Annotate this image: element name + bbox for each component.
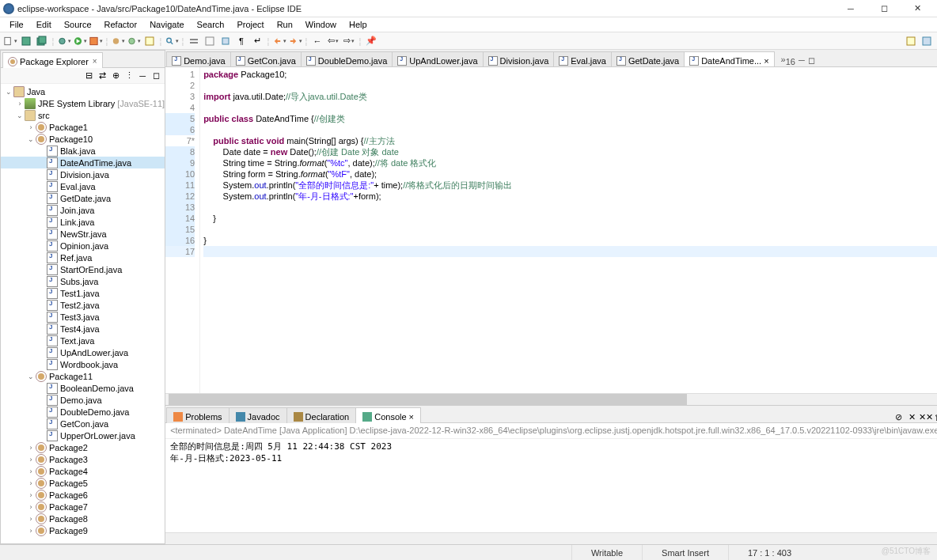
- tab-package-explorer[interactable]: Package Explorer ×: [2, 52, 103, 68]
- menu-refactor[interactable]: Refactor: [98, 18, 144, 31]
- editor-tab-doubledemo-java[interactable]: DoubleDemo.java: [301, 51, 393, 67]
- tree-doubledemo-java[interactable]: DoubleDemo.java: [1, 406, 165, 418]
- terminate-icon[interactable]: ⊘: [893, 411, 905, 422]
- open-perspective-icon[interactable]: [904, 35, 918, 47]
- minimize-button[interactable]: ─: [834, 0, 867, 17]
- tab-overflow[interactable]: »16─◻: [778, 55, 818, 66]
- tree-package11[interactable]: ⌄Package11: [1, 370, 165, 382]
- maximize-panel-icon[interactable]: ◻: [150, 70, 161, 81]
- line-gutter[interactable]: 1234567*891011121314151617: [165, 67, 200, 393]
- editor-hscroll[interactable]: [165, 393, 937, 405]
- show-whitespace-icon[interactable]: ¶: [234, 35, 248, 47]
- save-all-icon[interactable]: [35, 35, 49, 47]
- tree-test3-java[interactable]: Test3.java: [1, 311, 165, 323]
- close-icon[interactable]: ×: [764, 56, 768, 66]
- prev-edit-icon[interactable]: ←: [310, 35, 324, 47]
- tree-package2[interactable]: ›Package2: [1, 441, 165, 453]
- tree-ref-java[interactable]: Ref.java: [1, 252, 165, 263]
- tree-join-java[interactable]: Join.java: [1, 204, 165, 216]
- tree-package3[interactable]: ›Package3: [1, 453, 165, 465]
- minimize-panel-icon[interactable]: ─: [137, 70, 148, 81]
- menu-project[interactable]: Project: [230, 18, 270, 31]
- package-tree[interactable]: ⌄Java›JRE System Library[JavaSE-11]⌄src›…: [1, 84, 165, 543]
- prev-annotation-icon[interactable]: ▾: [272, 35, 286, 47]
- tree-test2-java[interactable]: Test2.java: [1, 299, 165, 311]
- remove-launch-icon[interactable]: ✕: [907, 411, 918, 422]
- tree-package6[interactable]: ›Package6: [1, 489, 165, 501]
- tree-demo-java[interactable]: Demo.java: [1, 394, 165, 406]
- open-type-icon[interactable]: [142, 35, 157, 47]
- next-annotation-icon[interactable]: ▾: [288, 35, 302, 47]
- tree-package7[interactable]: ›Package7: [1, 501, 165, 513]
- bottom-tab-declaration[interactable]: Declaration: [286, 407, 357, 423]
- tree-eval-java[interactable]: Eval.java: [1, 180, 165, 192]
- run-icon[interactable]: ▾: [73, 35, 87, 47]
- new-package-icon[interactable]: ▾: [111, 35, 125, 47]
- code-content[interactable]: package Package10; import java.util.Date…: [200, 67, 937, 393]
- close-icon[interactable]: ×: [409, 412, 414, 422]
- maximize-editor-icon[interactable]: ◻: [808, 55, 815, 66]
- editor-tab-eval-java[interactable]: Eval.java: [553, 51, 612, 67]
- tree-division-java[interactable]: Division.java: [1, 168, 165, 180]
- editor[interactable]: 1234567*891011121314151617 package Packa…: [165, 67, 937, 393]
- new-icon[interactable]: ▾: [3, 35, 17, 47]
- tree-subs-java[interactable]: Subs.java: [1, 275, 165, 287]
- save-icon[interactable]: [19, 35, 33, 47]
- editor-tab-getdate-java[interactable]: GetDate.java: [611, 51, 685, 67]
- editor-tab-getcon-java[interactable]: GetCon.java: [230, 51, 302, 67]
- tree-text-java[interactable]: Text.java: [1, 335, 165, 346]
- back-icon[interactable]: ⇦▾: [326, 35, 340, 47]
- menu-window[interactable]: Window: [299, 18, 343, 31]
- pin-icon[interactable]: 📌: [364, 35, 378, 47]
- tree-upperorlower-java[interactable]: UpperOrLower.java: [1, 429, 165, 441]
- debug-icon[interactable]: ▾: [57, 35, 71, 47]
- tree-booleandemo-java[interactable]: BooleanDemo.java: [1, 382, 165, 394]
- menu-file[interactable]: File: [3, 18, 30, 31]
- search-icon[interactable]: ▾: [165, 35, 179, 47]
- menu-navigate[interactable]: Navigate: [143, 18, 190, 31]
- tree-upandlower-java[interactable]: UpAndLower.java: [1, 346, 165, 358]
- toggle-breadcrumb-icon[interactable]: [187, 35, 201, 47]
- tree-test1-java[interactable]: Test1.java: [1, 287, 165, 299]
- console-output[interactable]: 全部的时间信息是:周四 5月 11 22:44:38 CST 2023 年-月-…: [165, 439, 937, 532]
- bottom-tab-problems[interactable]: Problems: [166, 407, 229, 423]
- tree-package4[interactable]: ›Package4: [1, 465, 165, 477]
- editor-tab-division-java[interactable]: Division.java: [483, 51, 555, 67]
- java-perspective-icon[interactable]: [920, 35, 934, 47]
- link-editor-icon[interactable]: ⇄: [97, 70, 108, 81]
- tree-jre-system-library[interactable]: ›JRE System Library[JavaSE-11]: [1, 97, 165, 109]
- focus-icon[interactable]: ⊕: [110, 70, 121, 81]
- editor-tab-demo-java[interactable]: Demo.java: [166, 51, 231, 67]
- tree-newstr-java[interactable]: NewStr.java: [1, 228, 165, 240]
- tree-getdate-java[interactable]: GetDate.java: [1, 192, 165, 204]
- bottom-tab-javadoc[interactable]: Javadoc: [229, 407, 287, 423]
- collapse-all-icon[interactable]: ⊟: [83, 70, 94, 81]
- menu-source[interactable]: Source: [58, 18, 98, 31]
- tree-blak-java[interactable]: Blak.java: [1, 145, 165, 157]
- close-button[interactable]: ✕: [901, 0, 934, 17]
- menu-run[interactable]: Run: [271, 18, 299, 31]
- bottom-tab-console[interactable]: Console×: [355, 407, 421, 423]
- tree-startorend-java[interactable]: StartOrEnd.java: [1, 263, 165, 275]
- tree-link-java[interactable]: Link.java: [1, 216, 165, 228]
- tree-package10[interactable]: ⌄Package10: [1, 133, 165, 145]
- menu-help[interactable]: Help: [343, 18, 374, 31]
- minimize-editor-icon[interactable]: ─: [799, 55, 805, 65]
- tree-dateandtime-java[interactable]: DateAndTime.java: [1, 157, 165, 168]
- tree-package9[interactable]: ›Package9: [1, 524, 165, 536]
- tree-opinion-java[interactable]: Opinion.java: [1, 240, 165, 252]
- editor-tab-dateandtime-[interactable]: DateAndTime...×: [684, 51, 774, 67]
- view-menu-icon[interactable]: ⋮: [123, 70, 135, 81]
- wrap-icon[interactable]: ↵: [250, 35, 264, 47]
- tree-package5[interactable]: ›Package5: [1, 477, 165, 489]
- editor-tab-upandlower-java[interactable]: UpAndLower.java: [392, 51, 483, 67]
- close-icon[interactable]: ×: [93, 57, 97, 66]
- tree-getcon-java[interactable]: GetCon.java: [1, 418, 165, 429]
- maximize-button[interactable]: ◻: [867, 0, 901, 17]
- forward-icon[interactable]: ⇨▾: [342, 35, 356, 47]
- clear-console-icon[interactable]: 🗑: [934, 411, 937, 422]
- tree-test4-java[interactable]: Test4.java: [1, 323, 165, 335]
- menu-edit[interactable]: Edit: [30, 18, 58, 31]
- coverage-icon[interactable]: ▾: [89, 35, 103, 47]
- menu-search[interactable]: Search: [191, 18, 231, 31]
